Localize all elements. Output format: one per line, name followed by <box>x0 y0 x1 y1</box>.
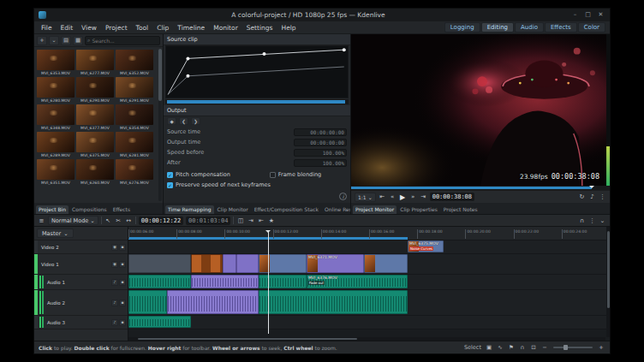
add-clip-button[interactable]: + <box>37 36 47 45</box>
extract-zone-button[interactable]: ⇤ <box>257 217 265 224</box>
mix-clips-button[interactable]: ◫ <box>236 217 244 224</box>
timeline-clip[interactable] <box>236 254 258 273</box>
info-icon[interactable]: i <box>339 193 347 200</box>
tab-clip-properties[interactable]: Clip Properties <box>397 205 440 214</box>
checkbox-preserve-speed-of-next-keyframes[interactable]: ✓Preserve speed of next keyframes <box>167 181 347 188</box>
bin-search-input[interactable] <box>92 38 158 44</box>
maximize-button[interactable]: □ <box>583 10 593 20</box>
close-button[interactable]: ✕ <box>596 10 605 20</box>
next-keyframe-button[interactable]: ❯ <box>191 117 200 125</box>
menu-timeline[interactable]: Timeline <box>173 23 209 33</box>
menu-tool[interactable]: Tool <box>132 23 153 33</box>
timeline-menu-icon[interactable]: ≡ <box>38 217 45 224</box>
tab-project-bin[interactable]: Project Bin <box>36 205 69 214</box>
bin-clip[interactable]: MVI_6276.MOV <box>116 159 153 185</box>
track-header-video-2[interactable]: Video 2◉▪ <box>34 240 128 254</box>
monitor-timecode[interactable]: 00:00:38:08 <box>430 193 474 201</box>
add-keyframe-button[interactable]: ◆ <box>167 117 176 125</box>
track-header-audio-2[interactable]: Audio 2♪▪ <box>34 290 128 316</box>
favorite-effects-button[interactable]: ★ <box>267 217 275 224</box>
workspace-logging[interactable]: Logging <box>444 22 480 33</box>
skip-start-button[interactable]: ⇤ <box>379 193 386 200</box>
bin-clip[interactable]: MVI_6351.MOV <box>37 159 75 185</box>
audio-thumbnails-toggle[interactable]: ∿ <box>496 344 504 351</box>
monitor-video-area[interactable]: 23.98fps 00:00:38:08 <box>351 34 610 186</box>
bin-clip[interactable]: MVI_6281.MOV <box>116 132 153 157</box>
titlebar[interactable]: A colorful-project / HD 1080p 25 fps — K… <box>34 9 610 21</box>
tab-project-monitor[interactable]: Project Monitor <box>353 205 397 214</box>
track-lane-video-1[interactable]: MVI_6371.MOV <box>128 254 610 275</box>
timeline-clip[interactable] <box>128 254 191 273</box>
master-button[interactable]: Master ⌄ <box>37 228 74 238</box>
field-value[interactable]: 100.00% <box>294 159 347 167</box>
timeline-clip[interactable] <box>128 275 191 288</box>
seekbar-playhead[interactable] <box>589 186 594 191</box>
snap-button[interactable]: ∩ <box>578 217 586 224</box>
timeline-clip[interactable] <box>167 290 259 314</box>
video-thumbnails-toggle[interactable]: ▣ <box>485 344 493 351</box>
timeline-clip[interactable] <box>259 275 307 288</box>
target-strip[interactable] <box>34 316 38 329</box>
bin-clip[interactable]: MVI_6291.MOV <box>116 77 153 103</box>
workspace-editing[interactable]: Editing <box>481 22 514 33</box>
timeline-hscrollbar[interactable] <box>128 337 605 341</box>
zoom-in-button[interactable]: + <box>597 344 605 351</box>
menu-settings[interactable]: Settings <box>242 23 277 33</box>
track-header-audio-1[interactable]: Audio 1♪▪ <box>34 275 128 290</box>
loop-zone-button[interactable]: ↻ <box>578 193 586 200</box>
remap-curve-editor[interactable] <box>165 45 349 98</box>
lock-track-icon[interactable]: ▪ <box>119 261 126 268</box>
checkbox-pitch-compensation[interactable]: ✓Pitch compensation <box>167 171 270 178</box>
bin-clip[interactable]: MVI_6377.MOV <box>76 104 114 130</box>
menu-project[interactable]: Project <box>101 23 132 33</box>
tab-online-resources[interactable]: Online Resources <box>322 205 350 214</box>
mute-track-icon[interactable]: ♪ <box>111 279 118 286</box>
target-strip[interactable] <box>34 290 38 315</box>
bin-clip[interactable]: MVI_6290.MOV <box>76 77 114 103</box>
chevron-down-icon[interactable]: ⌄ <box>599 217 606 224</box>
bin-clip[interactable]: MVI_6348.MOV <box>37 104 75 130</box>
rewind-button[interactable]: « <box>389 193 397 200</box>
tab-effects[interactable]: Effects <box>110 205 133 214</box>
timeline-timecode-current[interactable]: 00:00:12:22 <box>139 217 183 225</box>
menu-clip[interactable]: Clip <box>152 23 173 33</box>
timeline-zoom-slider[interactable] <box>553 347 593 348</box>
lock-track-icon[interactable]: ▪ <box>119 279 126 286</box>
timeline-clip[interactable] <box>128 290 167 314</box>
zoom-out-button[interactable]: − <box>540 344 549 351</box>
monitor-seekbar[interactable] <box>351 186 610 190</box>
workspace-color[interactable]: Color <box>578 22 605 33</box>
edit-mode-select[interactable]: Normal Mode ⌄ <box>48 216 98 225</box>
tab-effect-composition-stack[interactable]: Effect/Composition Stack <box>252 205 321 214</box>
bin-clip[interactable]: MVI_6375.MOV <box>76 132 114 157</box>
timeline-clip[interactable]: MVI_6375.MOVNoise Curves <box>408 240 444 252</box>
target-strip[interactable] <box>34 240 38 253</box>
fit-zoom-button[interactable]: ⊡ <box>529 344 538 351</box>
bin-scrollbar[interactable] <box>158 49 162 201</box>
timeline-clip[interactable] <box>191 254 223 273</box>
track-lane-audio-3[interactable] <box>128 316 610 329</box>
hide-track-icon[interactable]: ◉ <box>111 261 118 268</box>
bin-clip[interactable]: MVI_6277.MOV <box>76 50 114 75</box>
field-value[interactable]: 100.00% <box>294 149 347 157</box>
tab-time-remapping[interactable]: Time Remapping <box>165 205 214 214</box>
minimize-button[interactable]: – <box>570 10 580 20</box>
timeline-clip[interactable] <box>259 254 307 273</box>
lock-track-icon[interactable]: ▪ <box>119 300 126 306</box>
mute-track-icon[interactable]: ♪ <box>111 319 118 326</box>
timeline-clip[interactable] <box>191 275 259 288</box>
mute-track-icon[interactable]: ♪ <box>111 300 118 306</box>
marker-comments-toggle[interactable]: ⚑ <box>507 344 516 351</box>
tree-view-button[interactable]: ▤ <box>61 36 71 45</box>
monitor-zoom-select[interactable]: 1:1 ⌄ <box>355 193 376 202</box>
tab-compositions[interactable]: Compositions <box>69 205 110 214</box>
menu-file[interactable]: File <box>37 23 57 33</box>
timeline-clip[interactable] <box>128 316 191 328</box>
target-strip[interactable] <box>34 254 38 274</box>
skip-end-button[interactable]: ⇥ <box>420 193 427 200</box>
hide-track-icon[interactable]: ◉ <box>111 244 118 251</box>
lock-track-icon[interactable]: ▪ <box>119 244 126 251</box>
remap-source-zone[interactable] <box>165 99 349 104</box>
bin-clip[interactable]: MVI_6354.MOV <box>116 104 153 130</box>
bin-clip[interactable]: MVI_6352.MOV <box>116 50 153 75</box>
